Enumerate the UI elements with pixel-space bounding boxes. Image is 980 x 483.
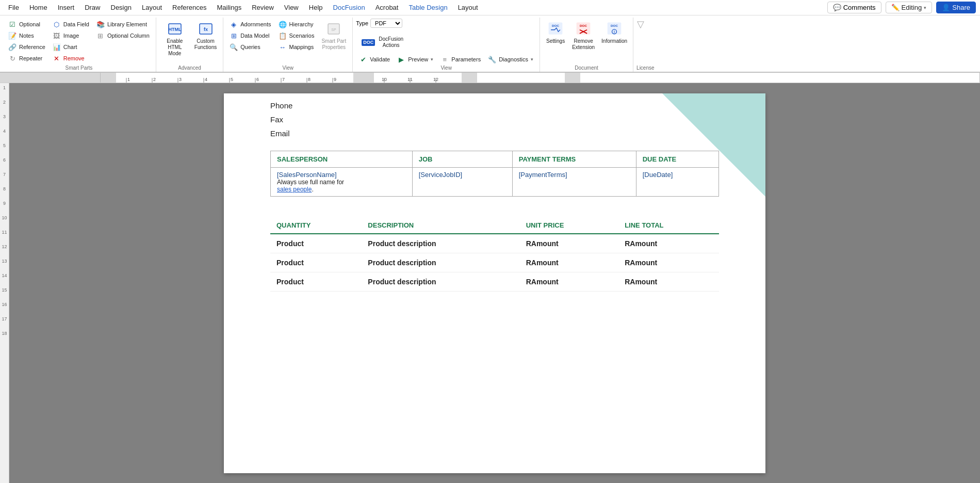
repeater-button[interactable]: ↻ Repeater [5,53,48,64]
advanced-group: HTML Enable HTML Mode fx Custom Function… [156,18,223,72]
settings-button[interactable]: DOC Settings [543,19,568,46]
queries-button[interactable]: 🔍 Queries [226,41,274,53]
menu-layout[interactable]: Layout [138,2,166,13]
document-container: Phone Fax Email SALESPERSON JOB PAYMENT … [9,83,980,483]
scenarios-icon: 📋 [279,31,287,40]
menu-file[interactable]: File [4,2,23,13]
svg-text:1: 1 [127,77,130,82]
menu-docfusion[interactable]: DocFusion [329,2,369,13]
comments-icon: 💬 [833,4,841,11]
menu-references[interactable]: References [168,2,210,13]
optional-button[interactable]: ☑ Optional [5,19,48,30]
library-element-button[interactable]: 📚 Library Element [93,19,153,30]
adornments-button[interactable]: ◈ Adornments [226,19,274,30]
svg-text:4: 4 [205,77,207,82]
menu-help[interactable]: Help [305,2,327,13]
qty-1: Product [270,234,362,253]
doc-icon: DOC [362,39,375,46]
menu-review[interactable]: Review [248,2,278,13]
queries-label: Queries [240,44,260,50]
smart-part-props-icon: SP [325,21,342,37]
optional-column-icon: ⊞ [96,31,105,40]
preview-button[interactable]: ▶ Preview ▾ [394,54,436,65]
menu-bar: File Home Insert Draw Design Layout Refe… [0,0,980,15]
col-job: JOB [412,151,512,168]
type-select[interactable]: PDF DOCX HTML [370,19,402,28]
docfusion-actions-button[interactable]: DOC DocFusion Actions [356,31,406,54]
menu-design[interactable]: Design [107,2,136,13]
svg-text:2: 2 [153,77,156,82]
reference-button[interactable]: 🔗 Reference [5,41,48,53]
chart-button[interactable]: 📊 Chart [50,41,92,53]
notes-button[interactable]: 📝 Notes [5,30,48,41]
ruler-num: 7 [3,172,6,177]
svg-text:SP: SP [332,28,337,31]
data-model-icon: ⊞ [230,31,238,40]
chart-icon: 📊 [53,43,61,51]
optional-column-button[interactable]: ⊞ Optional Column [93,30,153,41]
menu-layout-tab[interactable]: Layout [454,2,482,13]
upper-table: SALESPERSON JOB PAYMENT TERMS DUE DATE [… [270,151,719,197]
preview-label: Preview [408,56,428,62]
line-total-3: RAmount [618,272,719,292]
comments-label: Comments [843,4,876,11]
notes-icon: 📝 [8,31,17,40]
ruler-num: 16 [2,302,7,307]
chart-label: Chart [63,44,77,50]
share-icon: 👤 [942,4,950,11]
view-label: View [226,65,349,72]
comments-button[interactable]: 💬 Comments [827,2,881,13]
notes-label: Notes [19,33,34,39]
mappings-icon: ↔ [279,43,287,51]
hierarchy-label: Hierarchy [289,21,314,27]
menu-draw[interactable]: Draw [80,2,104,13]
payment-terms-cell: [PaymentTerms] [512,168,636,197]
expand-ribbon-button[interactable]: ▽ [636,19,645,30]
advanced-label: Advanced [159,65,220,72]
diagnostics-button[interactable]: 🔧 Diagnostics ▾ [485,54,536,65]
menu-mailings[interactable]: Mailings [213,2,246,13]
share-button[interactable]: 👤 Share [936,2,976,13]
document[interactable]: Phone Fax Email SALESPERSON JOB PAYMENT … [224,93,765,473]
ruler-num: 14 [2,273,7,278]
repeater-label: Repeater [19,55,42,61]
menu-insert[interactable]: Insert [54,2,79,13]
menu-view[interactable]: View [280,2,303,13]
editing-label: Editing [902,4,922,11]
remove-extension-button[interactable]: DOC Remove Extension [569,19,598,53]
license-buttons: ▽ [636,19,654,65]
enable-html-mode-button[interactable]: HTML Enable HTML Mode [159,19,190,59]
job-field: [ServiceJobID] [419,171,463,179]
parameters-button[interactable]: ≡ Parameters [437,54,484,65]
menu-table-design[interactable]: Table Design [404,2,451,13]
optional-column-label: Optional Column [107,33,150,39]
ruler-num: 10 [2,215,7,220]
remove-button[interactable]: ✕ Remove [50,53,92,64]
validate-button[interactable]: ✔ Validate [356,54,393,65]
sales-people-link[interactable]: sales people [277,186,312,193]
unit-price-1: RAmount [520,234,619,253]
menu-home[interactable]: Home [25,2,52,13]
library-label: Library Element [107,21,147,27]
remove-extension-label: Remove Extension [572,38,595,51]
editing-button[interactable]: ✏️ Editing ▾ [886,2,933,13]
menu-acrobat[interactable]: Acrobat [371,2,403,13]
information-button[interactable]: DOC i Information [599,19,630,46]
data-field-button[interactable]: ⬡ Data Field [50,19,92,30]
hierarchy-button[interactable]: 🌐 Hierarchy [275,19,318,30]
smart-part-properties-button[interactable]: SP Smart Part Properties [318,19,349,53]
col-line-total: LINE TOTAL [618,217,719,234]
ruler-num: 2 [3,100,6,105]
ruler-num: 4 [3,128,6,134]
col-description: DESCRIPTION [362,217,519,234]
ruler-num: 8 [3,186,6,191]
scenarios-button[interactable]: 📋 Scenarios [275,30,318,41]
preview-chevron: ▾ [431,57,433,62]
information-icon: DOC i [606,21,623,37]
image-button[interactable]: 🖼 Image [50,30,92,41]
mappings-button[interactable]: ↔ Mappings [275,41,318,53]
ruler-num: 15 [2,287,7,293]
custom-functions-button[interactable]: fx Custom Functions [191,19,220,53]
svg-text:10: 10 [382,77,387,82]
data-model-button[interactable]: ⊞ Data Model [226,30,274,41]
